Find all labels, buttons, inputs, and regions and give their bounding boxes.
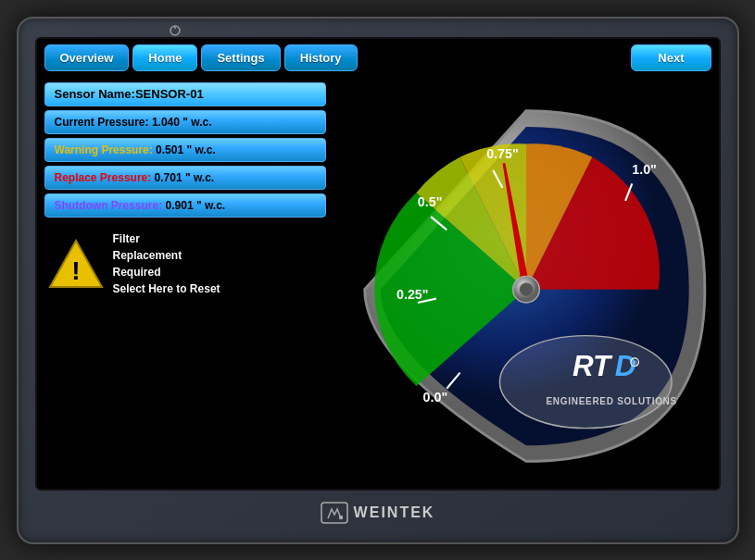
svg-text:0.0": 0.0" — [422, 390, 447, 404]
brand-bar: WEINTEK — [321, 498, 435, 528]
weintek-brand-text: WEINTEK — [354, 504, 435, 521]
svg-text:0.5": 0.5" — [417, 193, 442, 208]
shutdown-pressure-value: 0.901 " w.c. — [166, 199, 226, 212]
screen: Overview Home Settings History Next Sens… — [35, 37, 721, 491]
gauge-display: 0.0" 0.25" 0.5" 0.75" 1.0" — [341, 84, 711, 481]
svg-point-17 — [519, 282, 532, 295]
current-pressure-label: Current Pressure: — [55, 116, 149, 129]
alert-section[interactable]: ! Filter Replacement Required Select Her… — [44, 225, 326, 303]
power-indicator — [169, 24, 182, 37]
nav-settings[interactable]: Settings — [201, 44, 280, 71]
shutdown-pressure-label: Shutdown Pressure: — [55, 199, 163, 212]
svg-text:RT: RT — [573, 349, 613, 381]
device-frame: Overview Home Settings History Next Sens… — [17, 17, 739, 544]
left-panel: Sensor Name: SENSOR-01 Current Pressure:… — [37, 77, 333, 489]
warning-pressure-label: Warning Pressure: — [55, 143, 153, 156]
current-pressure-row: Current Pressure: 1.040 " w.c. — [44, 110, 326, 134]
svg-rect-24 — [321, 503, 347, 523]
nav-overview[interactable]: Overview — [44, 44, 130, 71]
svg-text:0.25": 0.25" — [396, 286, 429, 301]
replace-pressure-value: 0.701 " w.c. — [155, 171, 215, 184]
nav-history[interactable]: History — [284, 44, 358, 71]
svg-text:1.0": 1.0" — [632, 162, 657, 177]
main-content: Sensor Name: SENSOR-01 Current Pressure:… — [37, 77, 719, 489]
weintek-icon — [321, 502, 348, 524]
alert-text: Filter Replacement Required Select Here … — [113, 230, 220, 297]
svg-text:ENGINEERED SOLUTIONS: ENGINEERED SOLUTIONS — [546, 395, 677, 405]
current-pressure-value: 1.040 " w.c. — [152, 116, 212, 129]
sensor-name-label: Sensor Name: — [55, 87, 135, 101]
nav-bar: Overview Home Settings History Next — [37, 39, 719, 77]
warning-pressure-value: 0.501 " w.c. — [156, 143, 216, 156]
svg-text:!: ! — [71, 256, 80, 285]
weintek-logo: WEINTEK — [321, 502, 435, 524]
right-panel: 0.0" 0.25" 0.5" 0.75" 1.0" — [333, 77, 719, 489]
svg-rect-25 — [339, 516, 343, 519]
nav-home[interactable]: Home — [132, 44, 197, 71]
svg-text:0.75": 0.75" — [486, 146, 519, 161]
warning-pressure-row: Warning Pressure: 0.501 " w.c. — [44, 138, 326, 162]
replace-pressure-label: Replace Pressure: — [55, 171, 152, 184]
warning-triangle-icon: ! — [48, 239, 104, 289]
replace-pressure-row: Replace Pressure: 0.701 " w.c. — [44, 166, 326, 190]
shutdown-pressure-row: Shutdown Pressure: 0.901 " w.c. — [44, 193, 326, 218]
sensor-name-row: Sensor Name: SENSOR-01 — [44, 82, 326, 106]
sensor-name-value: SENSOR-01 — [135, 87, 204, 101]
nav-next[interactable]: Next — [631, 44, 711, 71]
